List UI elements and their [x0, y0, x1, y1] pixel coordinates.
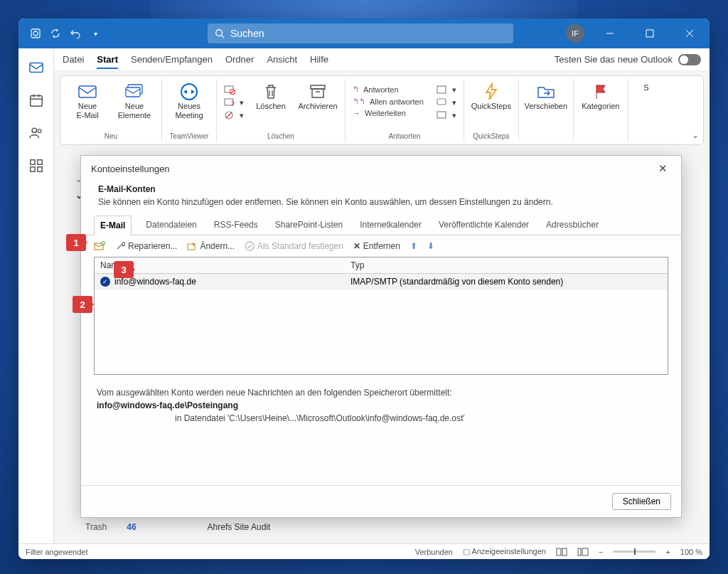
svg-point-1: [33, 31, 38, 36]
people-icon[interactable]: [28, 125, 44, 141]
mail-icon[interactable]: [28, 60, 44, 75]
teamviewer-meeting-button[interactable]: Neues Meeting: [169, 80, 209, 119]
tab-rss[interactable]: RSS-Feeds: [211, 216, 261, 235]
svg-rect-8: [29, 63, 42, 73]
account-list: Name Typ ✓ info@windows-faq.de IMAP/SMTP…: [94, 257, 668, 375]
svg-rect-39: [578, 548, 581, 556]
svg-rect-38: [562, 548, 567, 556]
svg-rect-5: [646, 30, 653, 37]
tab-published[interactable]: Veröffentlichte Kalender: [436, 216, 532, 235]
ignore-button[interactable]: [224, 85, 244, 95]
new-items-button[interactable]: Neue Elemente: [114, 80, 154, 119]
close-button[interactable]: [675, 19, 704, 48]
svg-line-3: [222, 36, 225, 38]
dialog-description: Sie können ein Konto hinzufügen oder ent…: [98, 197, 664, 207]
undo-icon[interactable]: [70, 28, 81, 39]
tab-addressbooks[interactable]: Adressbücher: [543, 216, 601, 235]
folder-move-icon: [536, 83, 556, 100]
search-placeholder: Suchen: [230, 28, 264, 39]
svg-rect-35: [437, 99, 446, 105]
avatar[interactable]: IF: [566, 24, 584, 43]
junk-button[interactable]: ▾: [224, 110, 244, 120]
try-new-outlook-toggle[interactable]: [678, 54, 701, 65]
menu-ansicht[interactable]: Ansicht: [267, 54, 297, 65]
display-settings-button[interactable]: ▢ Anzeigeeinstellungen: [463, 547, 546, 556]
lightning-icon: [481, 83, 501, 100]
trash-icon: [261, 83, 281, 100]
im-button[interactable]: ▾: [437, 97, 456, 107]
meeting-reply-button[interactable]: ▾: [437, 85, 456, 95]
set-default-button[interactable]: Als Standard festlegen: [245, 241, 343, 251]
account-settings-dialog: Kontoeinstellungen ✕ E-Mail-Konten Sie k…: [80, 155, 682, 518]
svg-point-2: [216, 30, 223, 36]
dialog-close-button[interactable]: ✕: [654, 160, 671, 177]
svg-rect-19: [79, 86, 96, 97]
reply-all-icon: ↰↰: [353, 97, 365, 106]
menubar: Datei Start Senden/Empfangen Ordner Ansi…: [54, 48, 710, 71]
svg-rect-18: [37, 167, 41, 171]
categories-button[interactable]: Kategorien: [581, 80, 621, 111]
envelope-icon: [77, 83, 97, 100]
col-header-typ[interactable]: Typ: [345, 257, 668, 273]
reply-button[interactable]: ↰Antworten: [353, 85, 424, 94]
move-button[interactable]: Verschieben: [526, 80, 566, 111]
delivery-info: Vom ausgewählten Konto werden neue Nachr…: [81, 375, 681, 430]
repair-button[interactable]: Reparieren...: [115, 241, 177, 251]
ribbon: Neue E-Mail Neue Elemente Neu Neues Mee: [60, 75, 704, 145]
cleanup-button[interactable]: ▾: [224, 97, 244, 107]
dialog-toolbar: + Reparieren... Ändern... Als Standard f…: [81, 235, 681, 257]
apps-icon[interactable]: [28, 158, 44, 174]
move-up-button[interactable]: ⬆: [410, 241, 417, 251]
svg-line-28: [226, 112, 232, 118]
default-account-icon: ✓: [100, 277, 110, 287]
menu-datei[interactable]: Datei: [63, 54, 84, 65]
view-normal-icon[interactable]: [556, 548, 567, 556]
menu-senden[interactable]: Senden/Empfangen: [131, 54, 213, 65]
account-name: info@windows-faq.de: [114, 277, 196, 287]
tab-sharepoint[interactable]: SharePoint-Listen: [272, 216, 346, 235]
new-mail-button[interactable]: Neue E-Mail: [68, 80, 107, 119]
tab-datendateien[interactable]: Datendateien: [143, 216, 199, 235]
callout-3: 3: [114, 261, 134, 278]
find-button[interactable]: S: [636, 80, 657, 92]
search-input[interactable]: Suchen: [208, 23, 513, 43]
mail-list-peek: Trash46 Ahrefs Site Audit: [85, 522, 270, 532]
dialog-close-footer-button[interactable]: Schließen: [612, 493, 671, 510]
delete-button[interactable]: Löschen: [251, 80, 291, 111]
svg-point-13: [32, 128, 36, 132]
minimize-button[interactable]: [596, 19, 624, 48]
zoom-out-button[interactable]: −: [599, 548, 603, 556]
zoom-in-button[interactable]: +: [665, 548, 670, 556]
move-down-button[interactable]: ⬇: [427, 241, 434, 251]
calendar-icon[interactable]: [28, 92, 44, 108]
titlebar: ▾ Suchen IF: [18, 18, 710, 48]
dropdown-icon[interactable]: ▾: [90, 28, 101, 39]
svg-rect-32: [312, 89, 323, 97]
menu-ordner[interactable]: Ordner: [225, 54, 254, 65]
remove-button[interactable]: ✕Entfernen: [353, 241, 400, 251]
svg-rect-15: [30, 160, 34, 164]
maximize-button[interactable]: [636, 19, 664, 48]
tab-internetkalender[interactable]: Internetkalender: [357, 216, 424, 235]
dialog-heading: E-Mail-Konten: [98, 184, 664, 194]
quicksteps-button[interactable]: QuickSteps: [471, 80, 511, 111]
svg-rect-40: [582, 548, 588, 556]
svg-rect-34: [437, 86, 446, 93]
archive-button[interactable]: Archivieren: [298, 80, 338, 111]
tab-email[interactable]: E-Mail: [94, 216, 132, 235]
more-respond-button[interactable]: ▾: [437, 110, 456, 120]
account-row[interactable]: ✓ info@windows-faq.de IMAP/SMTP (standar…: [95, 274, 668, 289]
view-reading-icon[interactable]: [577, 548, 589, 556]
svg-rect-21: [126, 87, 140, 97]
change-button[interactable]: Ändern...: [187, 241, 235, 251]
forward-button[interactable]: →Weiterleiten: [353, 109, 424, 117]
archive-icon: [308, 83, 328, 100]
ribbon-expand-icon[interactable]: ⌄: [692, 130, 699, 140]
menu-start[interactable]: Start: [97, 54, 118, 69]
sync-icon[interactable]: [50, 28, 61, 39]
svg-rect-0: [31, 29, 40, 38]
menu-hilfe[interactable]: Hilfe: [310, 54, 328, 65]
new-account-button[interactable]: +: [94, 241, 105, 251]
reply-all-button[interactable]: ↰↰Allen antworten: [353, 97, 424, 106]
account-type: IMAP/SMTP (standardmäßig von diesem Kont…: [350, 277, 662, 287]
